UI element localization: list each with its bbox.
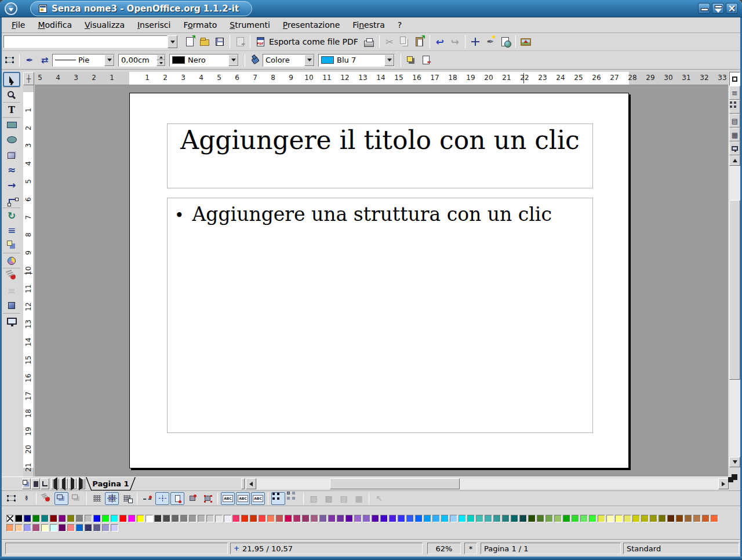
- vertical-ruler[interactable]: 123456789101112131415161718192021: [23, 85, 34, 477]
- maximize-button[interactable]: [712, 3, 724, 14]
- color-swatch[interactable]: [276, 515, 283, 522]
- previous-page-button[interactable]: [60, 478, 68, 489]
- scroll-up-button[interactable]: [729, 155, 740, 166]
- undo-button[interactable]: [432, 35, 448, 49]
- color-swatch[interactable]: [441, 515, 449, 522]
- color-swatch[interactable]: [154, 515, 162, 522]
- text-placeholder-button[interactable]: [337, 492, 351, 505]
- select-text-area-only-button[interactable]: [236, 492, 250, 505]
- new-document-button[interactable]: [182, 35, 197, 49]
- line-contour-button[interactable]: [352, 492, 366, 505]
- color-swatch[interactable]: [702, 515, 710, 522]
- color-swatch[interactable]: [450, 515, 457, 522]
- color-swatch[interactable]: [328, 515, 336, 522]
- outline-placeholder[interactable]: •Aggiungere una struttura con un clic: [167, 198, 593, 433]
- export-pdf-button[interactable]: [253, 35, 268, 49]
- color-swatch[interactable]: [589, 515, 596, 522]
- effects-tool[interactable]: [3, 268, 20, 283]
- color-swatch[interactable]: [337, 515, 344, 522]
- fill-type-select[interactable]: Colore: [263, 54, 315, 67]
- arrange-tool[interactable]: [3, 238, 20, 253]
- color-swatch[interactable]: [93, 524, 101, 532]
- color-swatch[interactable]: [59, 524, 66, 532]
- snap-to-object-points-button[interactable]: [201, 492, 214, 505]
- color-swatch[interactable]: [206, 515, 214, 522]
- color-swatch[interactable]: [572, 515, 579, 522]
- menu-item-visualizza[interactable]: Visualizza: [78, 18, 131, 32]
- color-swatch[interactable]: [363, 515, 370, 522]
- menu-item-file[interactable]: File: [5, 18, 31, 32]
- layer-mode-button[interactable]: [41, 478, 49, 489]
- color-swatch[interactable]: [372, 515, 379, 522]
- color-swatch[interactable]: [319, 515, 327, 522]
- color-swatch[interactable]: [693, 515, 701, 522]
- select-tool[interactable]: [3, 72, 20, 87]
- grid-to-front-button[interactable]: [120, 492, 134, 505]
- color-swatch[interactable]: [511, 515, 518, 522]
- line-style-select[interactable]: Pie: [52, 54, 115, 67]
- color-swatch[interactable]: [250, 515, 257, 522]
- color-swatch[interactable]: [50, 515, 57, 522]
- color-swatch[interactable]: [172, 515, 179, 522]
- color-swatch[interactable]: [485, 515, 492, 522]
- color-swatch[interactable]: [650, 515, 657, 522]
- stylist-button[interactable]: [483, 35, 498, 49]
- picture-placeholder-button[interactable]: [307, 492, 321, 505]
- snap-to-snap-lines-button[interactable]: [155, 492, 169, 505]
- edit-points-mode-button[interactable]: [4, 492, 18, 505]
- color-swatch[interactable]: [545, 515, 553, 522]
- color-swatch[interactable]: [519, 515, 527, 522]
- color-swatch[interactable]: [302, 515, 310, 522]
- slides-view-button[interactable]: [729, 100, 740, 114]
- color-swatch[interactable]: [163, 515, 170, 522]
- window-menu-button[interactable]: [5, 2, 17, 15]
- menu-item-modifica[interactable]: Modifica: [31, 18, 78, 32]
- notes-view-button[interactable]: [729, 114, 740, 128]
- url-dropdown-button[interactable]: [168, 35, 177, 48]
- pen-button[interactable]: [22, 53, 37, 67]
- color-swatch[interactable]: [632, 515, 640, 522]
- color-swatch[interactable]: [111, 524, 118, 532]
- title-placeholder[interactable]: Aggiungere il titolo con un clic: [167, 123, 593, 188]
- snap-to-page-margins-button[interactable]: [170, 492, 184, 505]
- text-tool[interactable]: [3, 102, 20, 117]
- color-swatch[interactable]: [76, 515, 83, 522]
- slideshow-button[interactable]: [729, 141, 740, 155]
- color-swatch[interactable]: [476, 515, 483, 522]
- line-width-spinner[interactable]: 0,00cm: [118, 54, 166, 67]
- color-swatch[interactable]: [41, 524, 49, 532]
- color-swatch[interactable]: [24, 524, 31, 532]
- color-swatch[interactable]: [285, 515, 292, 522]
- hyperlink-button[interactable]: [498, 35, 513, 49]
- color-swatch[interactable]: [293, 515, 301, 522]
- menu-item-formato[interactable]: Formato: [177, 18, 223, 32]
- color-swatch[interactable]: [85, 524, 92, 532]
- color-swatch[interactable]: [528, 515, 536, 522]
- color-swatch[interactable]: [241, 515, 249, 522]
- cut-button[interactable]: [382, 35, 397, 49]
- page-tab[interactable]: Pagina 1: [86, 477, 136, 490]
- ellipse-tool[interactable]: [3, 132, 20, 147]
- color-swatch[interactable]: [119, 515, 127, 522]
- page-mode-button[interactable]: [22, 478, 31, 489]
- color-swatch[interactable]: [41, 515, 49, 522]
- copy-button[interactable]: [397, 35, 412, 49]
- simple-handles-button[interactable]: [271, 492, 285, 505]
- url-combobox[interactable]: [3, 35, 177, 48]
- open-button[interactable]: [197, 35, 212, 49]
- color-swatch[interactable]: [111, 515, 118, 522]
- navigator-button[interactable]: [468, 35, 483, 49]
- master-mode-button[interactable]: [31, 478, 40, 489]
- next-page-button[interactable]: [68, 478, 77, 489]
- paste-button[interactable]: [412, 35, 427, 49]
- scroll-down-button[interactable]: [729, 457, 740, 467]
- pane-splitter[interactable]: [241, 478, 245, 489]
- menu-item-presentazione[interactable]: Presentazione: [277, 18, 346, 32]
- alignment-tool[interactable]: [3, 223, 20, 238]
- color-swatch[interactable]: [6, 524, 14, 532]
- slide-canvas[interactable]: Aggiungere il titolo con un clic •Aggiun…: [35, 85, 728, 477]
- color-swatch[interactable]: [389, 515, 397, 522]
- outline-view-button[interactable]: [729, 86, 740, 100]
- color-swatch[interactable]: [554, 515, 562, 522]
- spin-down-button[interactable]: [157, 60, 165, 66]
